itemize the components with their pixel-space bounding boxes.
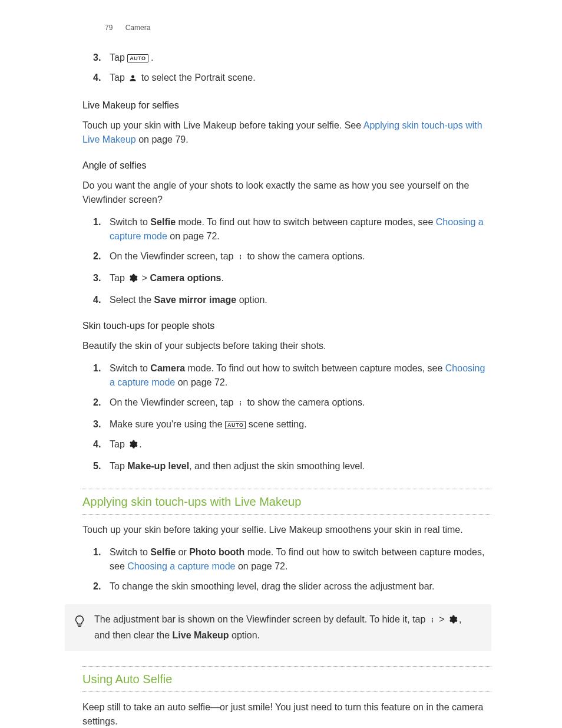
applying-intro: Touch up your skin before taking your se…	[82, 523, 491, 537]
subheading-live-makeup: Live Makeup for selfies	[82, 98, 491, 113]
applying-steps: Switch to Selfie or Photo booth mode. To…	[82, 545, 491, 594]
touchups-step-3: Make sure you're using the AUTO scene se…	[82, 417, 491, 431]
gear-icon	[128, 273, 138, 287]
step-4: Tap to select the Portrait scene.	[82, 71, 491, 87]
page-number: 79	[105, 24, 113, 32]
step-3: Tap AUTO .	[82, 51, 491, 65]
menu-icon	[429, 614, 435, 628]
page: 79 Camera Tap AUTO . Tap to select the P…	[0, 0, 562, 728]
section-applying: Applying skin touch-ups with Live Makeup	[82, 489, 491, 515]
angle-step-4: Select the Save mirror image option.	[82, 293, 491, 307]
touchups-step-4: Tap .	[82, 437, 491, 453]
gear-icon	[128, 439, 138, 453]
angle-step-2: On the Viewfinder screen, tap to show th…	[82, 249, 491, 265]
tip-box: The adjustment bar is shown on the Viewf…	[65, 604, 491, 651]
auto-selfie-intro: Keep still to take an auto selfie—or jus…	[82, 700, 491, 728]
page-header: 79 Camera	[105, 22, 491, 33]
gear-icon	[448, 614, 458, 628]
touchups-intro: Beautify the skin of your subjects befor…	[82, 339, 491, 353]
angle-intro: Do you want the angle of your shots to l…	[82, 179, 491, 207]
tip-icon	[73, 614, 86, 633]
tip-text: The adjustment bar is shown on the Viewf…	[94, 612, 480, 643]
angle-step-1: Switch to Selfie mode. To find out how t…	[82, 215, 491, 243]
touchups-step-2: On the Viewfinder screen, tap to show th…	[82, 396, 491, 411]
subheading-angle: Angle of selfies	[82, 159, 491, 173]
auto-icon: AUTO	[127, 54, 148, 62]
subheading-touchups: Skin touch-ups for people shots	[82, 319, 491, 333]
angle-step-3: Tap > Camera options.	[82, 271, 491, 287]
menu-icon	[237, 397, 243, 411]
touchups-step-5: Tap Make-up level, and then adjust the s…	[82, 459, 491, 473]
section-auto-selfie: Using Auto Selfie	[82, 666, 491, 692]
angle-steps: Switch to Selfie mode. To find out how t…	[82, 215, 491, 307]
touchups-steps: Switch to Camera mode. To find out how t…	[82, 361, 491, 473]
person-icon	[128, 73, 137, 87]
applying-step-1: Switch to Selfie or Photo booth mode. To…	[82, 545, 491, 574]
header-section: Camera	[125, 24, 151, 32]
live-makeup-text: Touch up your skin with Live Makeup befo…	[82, 118, 491, 147]
touchups-step-1: Switch to Camera mode. To find out how t…	[82, 361, 491, 390]
link-choosing-mode[interactable]: Choosing a capture mode	[127, 561, 235, 571]
intro-steps: Tap AUTO . Tap to select the Portrait sc…	[82, 51, 491, 87]
applying-step-2: To change the skin smoothing level, drag…	[82, 579, 491, 594]
auto-icon: AUTO	[225, 421, 246, 429]
menu-icon	[237, 251, 243, 265]
